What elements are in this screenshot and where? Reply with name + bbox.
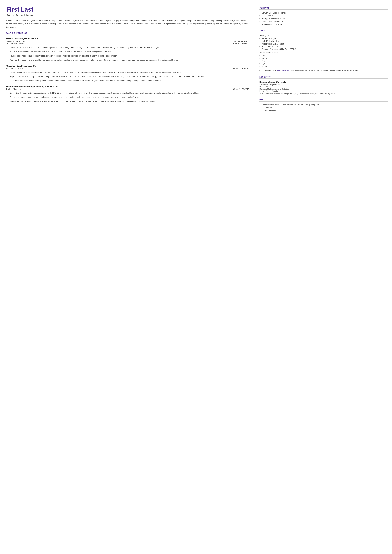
candidate-summary: Senior Scrum Master with 7 years of expe…: [6, 19, 249, 28]
job-2-date-1: 05/2017 – 10/2019: [233, 67, 249, 70]
edu-location-date: Boston, MA — 05/2017: [259, 90, 388, 92]
job-2-role-1: Operations Director: [6, 67, 23, 70]
other-section-title: OTHER: [259, 99, 388, 102]
contact-section-title: CONTACT: [259, 7, 388, 10]
job-1-bullet-1: Oversaw a team of 5 direct and 20 indire…: [10, 46, 249, 49]
sidebar: CONTACT Denver, OH (Open to Remote) +1-2…: [255, 0, 392, 554]
education-section-title: EDUCATION: [259, 76, 388, 79]
skills-note-prefix: Don't forget to use: [262, 70, 277, 71]
other-item-3: PMP Certification: [259, 110, 388, 112]
job-block-3: Resume Worded's Exciting Company, New Yo…: [6, 85, 249, 103]
tool-4: SQL: [259, 63, 388, 65]
job-1-bullets: Oversaw a team of 5 direct and 20 indire…: [6, 46, 249, 62]
tool-5: JavaScript: [259, 65, 388, 68]
tool-1: Scrum: [259, 55, 388, 57]
tool-3: Jira: [259, 60, 388, 62]
resume-worded-link[interactable]: Resume Worded: [277, 70, 290, 71]
job-2-role-row-1: Operations Director 05/2017 – 10/2019: [6, 67, 249, 70]
technique-1: Systems Analysis: [259, 37, 388, 40]
contact-item-linkedin: linkedin.com/in/username: [259, 20, 388, 23]
edu-school: Resume Worded University: [259, 81, 388, 83]
other-item-1: Spearheaded workshops and training event…: [259, 104, 388, 106]
job-1-date-1: 07/2019 – Present: [233, 40, 249, 42]
job-2-bullet-2: Supervised a team in charge of implement…: [10, 75, 249, 78]
work-experience-section-title: WORK EXPERIENCE: [6, 32, 249, 35]
contact-list: Denver, OH (Open to Remote) +1-234-456-7…: [259, 12, 388, 25]
job-1-role-2: Junior Scrum Master: [6, 43, 24, 45]
job-3-bullet-2: Assisted corporate leaders in strategizi…: [10, 96, 249, 99]
job-1-date-2: 10/2018 – Present: [233, 43, 249, 45]
candidate-name: First Last: [6, 6, 249, 13]
education-section: EDUCATION Resume Worded University Bache…: [259, 76, 388, 95]
other-item-2: PMI Member: [259, 107, 388, 109]
other-list: Spearheaded workshops and training event…: [259, 104, 388, 112]
job-1-bullet-4: Assisted the repositioning of the New Yo…: [10, 59, 249, 62]
job-block-1: Resume Worded, New York, NY Senior Scrum…: [6, 38, 249, 62]
job-2-bullet-3: Lead a server consolidation and migratio…: [10, 79, 249, 82]
skills-section: SKILLS Techniques: Systems Analysis Agil…: [259, 29, 388, 72]
techniques-list: Systems Analysis Agile Methodologies Agi…: [259, 37, 388, 50]
techniques-label: Techniques:: [259, 35, 388, 37]
skills-note: Don't forget to use Resume Worded to sca…: [259, 69, 388, 72]
skills-note-suffix: to scan your resume before you send it o…: [290, 70, 359, 71]
job-1-role-1: Senior Scrum Master: [6, 40, 25, 42]
technique-2: Agile Methodologies: [259, 40, 388, 42]
other-section: OTHER Spearheaded workshops and training…: [259, 99, 388, 112]
job-2-bullet-1: Successfully re-built the Scrum process …: [10, 71, 249, 74]
job-block-2: Growthsi, San Francisco, CA Operations D…: [6, 65, 249, 82]
candidate-title: Senior Scrum Master: [6, 14, 249, 17]
job-3-company: Resume Worded's Exciting Company, New Yo…: [6, 85, 249, 88]
job-3-role-row-1: Project Manager 08/2012 – 01/2015: [6, 88, 249, 90]
contact-item-phone: +1-234-456-789: [259, 15, 388, 17]
tools-list: Scrum Kanban Jira SQL JavaScript: [259, 55, 388, 68]
main-column: First Last Senior Scrum Master Senior Sc…: [0, 0, 255, 554]
job-1-company: Resume Worded, New York, NY: [6, 38, 249, 40]
job-2-company: Growthsi, San Francisco, CA: [6, 65, 249, 67]
edu-awards: Awards: Resume Worded Teaching Fellow (o…: [259, 93, 388, 95]
job-3-date-1: 08/2012 – 01/2015: [233, 88, 249, 90]
edu-block: Resume Worded University Bachelor of Eng…: [259, 81, 388, 95]
edu-minors: Minors in Mathematics and Statistics: [259, 88, 388, 90]
job-3-bullets: Co-led the development of an organizatio…: [6, 91, 249, 103]
job-3-role-1: Project Manager: [6, 88, 21, 90]
job-1-bullet-3: Founded and headed the company's first d…: [10, 55, 249, 57]
contact-item-location: Denver, OH (Open to Remote): [259, 12, 388, 14]
technique-3: Agile Project Management: [259, 43, 388, 45]
job-1-bullet-2: Imposed Kanban concepts which increased …: [10, 50, 249, 53]
job-3-bullet-1: Co-led the development of an organizatio…: [10, 91, 249, 95]
contact-section: CONTACT Denver, OH (Open to Remote) +1-2…: [259, 7, 388, 25]
contact-item-github: github.com/resumeworded: [259, 23, 388, 25]
skills-section-title: SKILLS: [259, 29, 388, 32]
technique-4: Requirements Analysis: [259, 45, 388, 48]
tools-label: Tools and Frameworks:: [259, 52, 388, 54]
job-3-bullet-3: Handpicked by the global head of operati…: [10, 100, 249, 103]
job-2-bullets: Successfully re-built the Scrum process …: [6, 71, 249, 82]
edu-major: Major in Computer Science: [259, 86, 388, 88]
job-1-role-row-1: Senior Scrum Master 07/2019 – Present: [6, 40, 249, 42]
contact-item-email: email@resumeworded.com: [259, 18, 388, 20]
edu-degree: Bachelor of Engineering: [259, 84, 388, 86]
technique-5: Software Development Life Cycle (SDLC): [259, 48, 388, 50]
job-1-role-row-2: Junior Scrum Master 10/2018 – Present: [6, 43, 249, 45]
tool-2: Kanban: [259, 57, 388, 60]
